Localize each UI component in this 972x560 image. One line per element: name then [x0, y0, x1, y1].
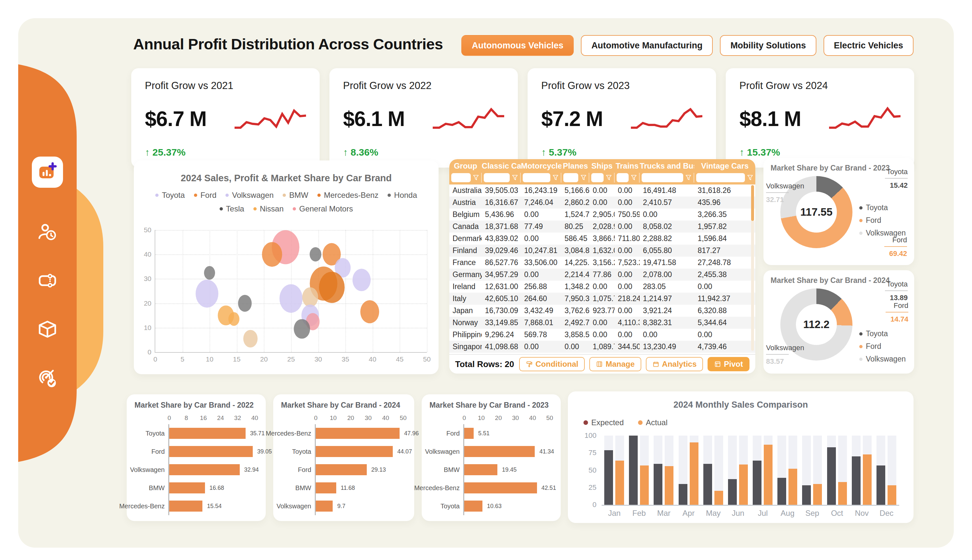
paint-roller-icon — [526, 360, 533, 368]
table-row-germany[interactable]: Germany34,957.290.002,214.4877.860.002,0… — [449, 268, 755, 281]
column-header-trains[interactable]: Trains — [615, 162, 640, 170]
filter-funnel-icon[interactable] — [605, 175, 612, 181]
gridline-x — [345, 230, 346, 352]
legend-item-honda[interactable]: Honda — [388, 191, 417, 200]
table-row-finland[interactable]: Finland39,029.4610,247.813,084.841,632.0… — [449, 245, 755, 257]
column-header-vintage-cars[interactable]: Vintage Cars — [694, 162, 755, 170]
legend-item-toyota[interactable]: Toyota — [859, 329, 906, 338]
bar-row-volkswagen: Volkswagen9.7 — [316, 500, 403, 512]
bar-chart-plot: 01020304050Ford5.51Volkswagen41.34BMW19.… — [463, 424, 550, 515]
legend-item-toyota[interactable]: Toyota — [155, 191, 185, 200]
column-header-group[interactable]: Group — [449, 162, 482, 170]
legend-label: Toyota — [162, 191, 185, 200]
bubble-nissan — [228, 312, 239, 326]
sidebar-item-products[interactable] — [32, 314, 63, 345]
bar-track — [640, 436, 649, 505]
filter-input-motorcycles[interactable] — [523, 173, 550, 182]
legend-item-volkswagen[interactable]: Volkswagen — [859, 355, 906, 363]
filter-funnel-icon[interactable] — [473, 175, 479, 181]
filter-funnel-icon[interactable] — [580, 175, 587, 181]
tab-mobility-solutions[interactable]: Mobility Solutions — [720, 35, 816, 56]
pivot-button[interactable]: Pivot — [708, 357, 749, 371]
filter-input-group[interactable] — [451, 173, 471, 182]
table-row-japan[interactable]: Japan16,730.093,432.493,762.65923.770.00… — [449, 305, 755, 317]
table-row-philippines[interactable]: Philippines9,296.24569.783,858.540.000.0… — [449, 329, 755, 341]
button-label: Conditional — [535, 360, 578, 369]
legend-item-tesla[interactable]: Tesla — [220, 204, 244, 213]
filter-input-trucks-and-buses[interactable] — [642, 173, 684, 182]
table-row-ireland[interactable]: Ireland12,631.00256.881,348.260.000.0028… — [449, 281, 755, 293]
column-header-classic-cars[interactable]: Classic Cars — [482, 162, 521, 170]
kpi-sparkline — [433, 103, 504, 135]
column-header-ships[interactable]: Ships — [589, 162, 614, 170]
filter-input-planes[interactable] — [564, 173, 579, 182]
conditional-button[interactable]: Conditional — [519, 357, 585, 371]
legend-item-ford[interactable]: Ford — [194, 191, 216, 200]
cell: 3,432.49 — [521, 306, 561, 315]
legend-item-mercedes-benz[interactable]: Mercedes-Benz — [317, 191, 378, 200]
bar — [169, 446, 253, 457]
x-tick-label: 45 — [396, 355, 403, 363]
table-row-belgium[interactable]: Belgium5,436.960.001,524.792,905.05750.5… — [449, 208, 755, 220]
bar-value-label: 9.7 — [337, 503, 345, 510]
bar-value-label: 16.68 — [210, 485, 224, 492]
cell: 4,739.46 — [694, 342, 755, 351]
table-row-france[interactable]: France86,527.7633,506.0014,225.033,156.2… — [449, 257, 755, 268]
filter-cell — [640, 173, 695, 183]
legend-item-ford[interactable]: Ford — [859, 216, 906, 225]
bar-chart-title: Market Share by Car Brand - 2024 — [281, 401, 400, 410]
legend-item-volkswagen[interactable]: Volkswagen — [225, 191, 273, 200]
table-row-australia[interactable]: Australia39,505.0316,243.195,166.680.000… — [449, 185, 755, 197]
legend-item-nissan[interactable]: Nissan — [253, 204, 283, 213]
manage-button[interactable]: Manage — [589, 357, 641, 371]
filter-input-ships[interactable] — [591, 173, 603, 182]
filter-funnel-icon[interactable] — [552, 175, 559, 181]
table-row-norway[interactable]: Norway33,149.857,868.012,492.730.004,110… — [449, 317, 755, 329]
analytics-button[interactable]: Analytics — [646, 357, 704, 371]
column-header-trucks-and-buses[interactable]: Trucks and Buses — [640, 162, 695, 170]
table-row-austria[interactable]: Austria16,316.677,246.042,860.240.000.00… — [449, 197, 755, 208]
legend-label: Honda — [394, 191, 417, 200]
cell: 9,296.24 — [482, 330, 521, 339]
legend-item-ford[interactable]: Ford — [859, 342, 906, 351]
filter-input-classic-cars[interactable] — [484, 173, 510, 182]
column-header-motorcycles[interactable]: Motorcycles — [521, 162, 561, 170]
columns-icon — [596, 360, 603, 368]
month-group-aug: Aug — [777, 436, 797, 505]
tab-autonomous-vehicles[interactable]: Autonomous Vehicles — [461, 35, 574, 56]
bar-value-label: 15.54 — [207, 503, 222, 510]
filter-input-trains[interactable] — [617, 173, 629, 182]
table-row-singapore[interactable]: Singapore41,098.680.000.001,089.78344.50… — [449, 341, 755, 353]
legend-item-expected[interactable]: Expected — [584, 418, 624, 427]
filter-funnel-icon[interactable] — [747, 175, 754, 181]
kpi-card-2: Profit Grow vs 2022$6.1 M↑ 8.36% — [329, 68, 518, 168]
button-label: Manage — [605, 360, 634, 369]
legend-item-bmw[interactable]: BMW — [283, 191, 308, 200]
cell: 2,288.82 — [640, 234, 695, 243]
table-scrollbar-thumb[interactable] — [751, 185, 754, 221]
sidebar-item-customers[interactable] — [32, 217, 63, 248]
filter-funnel-icon[interactable] — [512, 175, 518, 181]
bar-category-label: BMW — [444, 466, 460, 473]
table-row-denmark[interactable]: Denmark43,839.020.00586.453,866.59711.80… — [449, 233, 755, 245]
sidebar-item-tickets[interactable] — [32, 265, 63, 296]
legend-item-actual[interactable]: Actual — [638, 418, 668, 427]
filter-input-vintage-cars[interactable] — [696, 173, 745, 182]
kpi-title: Profit Grow vs 2021 — [145, 80, 306, 92]
tab-automotive-manufacturing[interactable]: Automotive Manufacturing — [581, 35, 713, 56]
sidebar-item-dashboard[interactable] — [32, 157, 63, 188]
expected-bar — [604, 450, 613, 505]
callout-line — [885, 290, 908, 291]
legend-item-volkswagen[interactable]: Volkswagen — [859, 229, 906, 237]
cell: 3,156.28 — [589, 258, 614, 267]
filter-funnel-icon[interactable] — [685, 175, 692, 181]
table-row-canada[interactable]: Canada18,371.6877.4980.252,028.960.008,0… — [449, 220, 755, 233]
tab-electric-vehicles[interactable]: Electric Vehicles — [824, 35, 914, 56]
filter-funnel-icon[interactable] — [630, 175, 637, 181]
cell: 0.00 — [521, 234, 561, 243]
legend-item-toyota[interactable]: Toyota — [859, 203, 906, 212]
legend-item-general-motors[interactable]: General Motors — [293, 204, 353, 213]
sidebar-item-goals[interactable] — [32, 363, 63, 394]
table-row-italy[interactable]: Italy42,605.10264.607,950.391,075.77218.… — [449, 293, 755, 305]
column-header-planes[interactable]: Planes — [561, 162, 590, 170]
